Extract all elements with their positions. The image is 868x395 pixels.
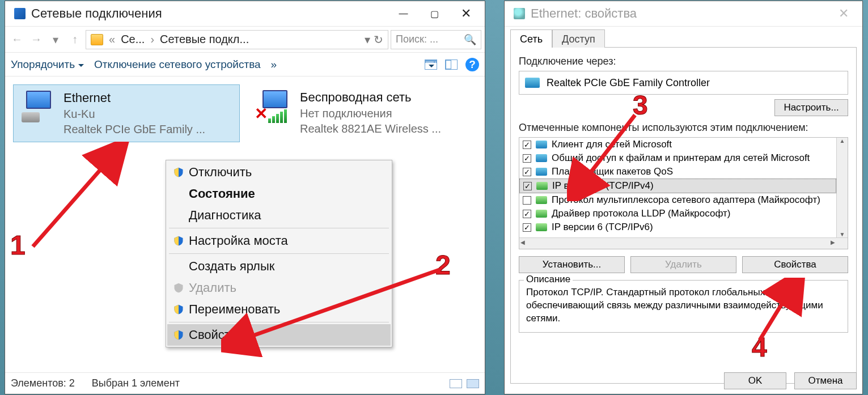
component-item[interactable]: IP версии 6 (TCP/IPv6) bbox=[519, 220, 836, 234]
connect-via-label: Подключение через: bbox=[519, 56, 848, 67]
shield-icon bbox=[173, 303, 184, 316]
ctx-bridge[interactable]: Настройка моста bbox=[167, 230, 391, 252]
breadcrumb-segment[interactable]: Се... bbox=[121, 33, 145, 46]
checkbox[interactable] bbox=[523, 223, 531, 232]
shield-icon bbox=[173, 166, 184, 179]
component-item[interactable]: Драйвер протокола LLDP (Майкрософт) bbox=[519, 207, 836, 220]
shield-icon bbox=[173, 329, 184, 341]
components-list[interactable]: Клиент для сетей MicrosoftОбщий доступ к… bbox=[519, 137, 848, 249]
disable-device-button[interactable]: Отключение сетевого устройства bbox=[94, 58, 261, 71]
ctx-disable[interactable]: Отключить bbox=[167, 162, 391, 183]
help-button[interactable]: ? bbox=[465, 58, 479, 71]
address-bar: ← → ▾ ↑ « Се... › Сетевые подкл... ▾ ↻ П… bbox=[5, 27, 485, 53]
recent-dropdown[interactable]: ▾ bbox=[47, 31, 64, 48]
search-input[interactable]: Поиск: ... 🔍 bbox=[391, 30, 481, 49]
window-title: Сетевые подключения bbox=[31, 6, 162, 21]
checkbox[interactable] bbox=[523, 196, 531, 205]
shield-icon bbox=[173, 235, 184, 247]
up-button[interactable]: ↑ bbox=[66, 31, 83, 48]
connection-device: Realtek PCIe GbE Family ... bbox=[63, 122, 205, 137]
protocol-icon bbox=[536, 154, 547, 162]
back-button[interactable]: ← bbox=[9, 31, 26, 48]
maximize-button[interactable]: ▢ bbox=[419, 4, 450, 23]
tab-access[interactable]: Доступ bbox=[552, 29, 605, 48]
checkbox[interactable] bbox=[523, 182, 532, 190]
adapter-field[interactable]: Realtek PCIe GbE Family Controller bbox=[519, 71, 848, 95]
component-label: IP версии 4 (TCP/IPv4) bbox=[552, 180, 654, 192]
connection-wireless[interactable]: ✕ Беспроводная сеть Нет подключения Real… bbox=[250, 84, 477, 141]
properties-button[interactable]: Свойства bbox=[742, 256, 848, 273]
component-item[interactable]: Планировщик пакетов QoS bbox=[519, 165, 836, 179]
component-label: Драйвер протокола LLDP (Майкрософт) bbox=[552, 208, 730, 219]
connection-device: Realtek 8821AE Wireless ... bbox=[300, 121, 441, 137]
horizontal-scrollbar[interactable] bbox=[519, 237, 848, 249]
nic-icon bbox=[525, 78, 540, 88]
ctx-properties[interactable]: Свойства bbox=[167, 324, 391, 346]
checkbox[interactable] bbox=[523, 210, 531, 218]
connection-name: Ethernet bbox=[63, 90, 205, 107]
component-label: Протокол мультиплексора сетевого адаптер… bbox=[552, 194, 820, 206]
connection-ethernet[interactable]: Ethernet Ku-Ku Realtek PCIe GbE Family .… bbox=[13, 84, 240, 142]
selected-count: Выбран 1 элемент bbox=[92, 377, 180, 389]
network-connections-window: Сетевые подключения — ▢ ✕ ← → ▾ ↑ « Се..… bbox=[5, 1, 485, 394]
component-item[interactable]: Клиент для сетей Microsoft bbox=[519, 138, 836, 151]
tab-panel: Подключение через: Realtek PCIe GbE Fami… bbox=[510, 47, 857, 384]
toolbar: Упорядочить Отключение сетевого устройст… bbox=[5, 53, 485, 77]
details-view-button[interactable] bbox=[450, 379, 462, 388]
status-bar: Элементов: 2 Выбран 1 элемент bbox=[5, 372, 485, 394]
organize-menu[interactable]: Упорядочить bbox=[11, 58, 84, 71]
breadcrumb[interactable]: « Се... › Сетевые подкл... ▾ ↻ bbox=[86, 30, 388, 49]
disconnected-icon: ✕ bbox=[255, 104, 268, 123]
shield-icon bbox=[173, 282, 184, 294]
tab-network[interactable]: Сеть bbox=[510, 29, 552, 48]
item-count: Элементов: 2 bbox=[11, 377, 75, 389]
search-icon: 🔍 bbox=[464, 33, 476, 46]
checkbox[interactable] bbox=[523, 154, 531, 163]
ctx-diagnose[interactable]: Диагностика bbox=[167, 205, 391, 226]
titlebar[interactable]: Ethernet: свойства ✕ bbox=[505, 1, 862, 27]
minimize-button[interactable]: — bbox=[388, 4, 419, 23]
checkbox[interactable] bbox=[523, 168, 531, 176]
close-button[interactable]: ✕ bbox=[828, 4, 859, 23]
ctx-status[interactable]: Состояние bbox=[167, 183, 391, 205]
ctx-rename[interactable]: Переименовать bbox=[167, 299, 391, 320]
refresh-dropdown-icon[interactable]: ▾ ↻ bbox=[365, 33, 383, 46]
component-label: Планировщик пакетов QoS bbox=[552, 166, 673, 177]
wireless-icon: ✕ bbox=[255, 89, 294, 123]
forward-button[interactable]: → bbox=[28, 31, 45, 48]
view-layout-button[interactable] bbox=[425, 60, 437, 70]
connection-status: Ku-Ku bbox=[63, 107, 205, 122]
configure-button[interactable]: Настроить... bbox=[774, 99, 848, 116]
protocol-icon bbox=[536, 168, 547, 176]
checkbox[interactable] bbox=[523, 141, 531, 149]
component-label: IP версии 6 (TCP/IPv6) bbox=[552, 222, 653, 233]
component-label: Клиент для сетей Microsoft bbox=[552, 139, 672, 150]
preview-pane-button[interactable] bbox=[445, 60, 458, 70]
components-label: Отмеченные компоненты используются этим … bbox=[519, 122, 848, 134]
connection-name: Беспроводная сеть bbox=[300, 89, 441, 106]
tiles-view-button[interactable] bbox=[467, 379, 479, 388]
adapter-name: Realtek PCIe GbE Family Controller bbox=[547, 77, 710, 89]
ok-button[interactable]: OK bbox=[724, 372, 786, 389]
protocol-icon bbox=[536, 223, 547, 231]
component-item[interactable]: Общий доступ к файлам и принтерам для се… bbox=[519, 151, 836, 165]
ctx-shortcut[interactable]: Создать ярлык bbox=[167, 256, 391, 277]
close-button[interactable]: ✕ bbox=[450, 4, 481, 23]
connection-status: Нет подключения bbox=[300, 106, 441, 121]
adapter-icon bbox=[514, 8, 525, 19]
network-icon bbox=[14, 8, 26, 19]
description-box: Описание Протокол TCP/IP. Стандартный пр… bbox=[519, 280, 848, 333]
component-item[interactable]: IP версии 4 (TCP/IPv4) bbox=[519, 179, 836, 193]
description-text: Протокол TCP/IP. Стандартный протокол гл… bbox=[526, 286, 841, 325]
ctx-delete: Удалить bbox=[167, 277, 391, 299]
vertical-scrollbar[interactable] bbox=[836, 138, 848, 237]
toolbar-overflow-button[interactable]: » bbox=[271, 58, 277, 71]
titlebar[interactable]: Сетевые подключения — ▢ ✕ bbox=[5, 1, 485, 27]
ethernet-properties-window: Ethernet: свойства ✕ Сеть Доступ Подключ… bbox=[504, 1, 863, 394]
install-button[interactable]: Установить... bbox=[519, 256, 625, 273]
breadcrumb-segment[interactable]: Сетевые подкл... bbox=[160, 33, 249, 46]
cancel-button[interactable]: Отмена bbox=[794, 372, 857, 389]
remove-button: Удалить bbox=[630, 256, 736, 273]
annotation-2: 2 bbox=[435, 249, 451, 281]
component-item[interactable]: Протокол мультиплексора сетевого адаптер… bbox=[519, 193, 836, 207]
